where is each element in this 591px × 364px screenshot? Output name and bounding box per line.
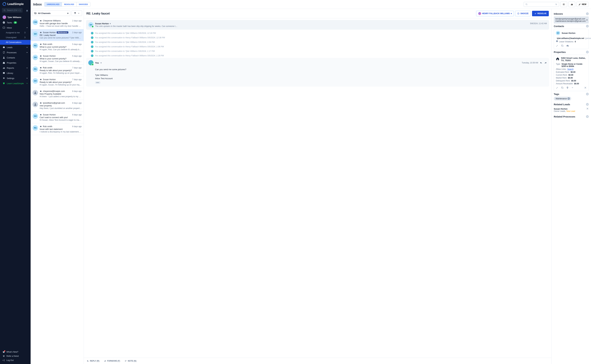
info-icon[interactable]: i [586, 12, 589, 15]
chevron-down-icon [26, 46, 28, 48]
tab-snoozed[interactable]: SNOOZED [77, 2, 90, 6]
channel-filter[interactable]: All Channels ▾ [32, 10, 70, 16]
book-icon [3, 72, 5, 74]
expand-quote-button[interactable]: ••• [95, 81, 100, 84]
sender-name: You [95, 62, 99, 64]
conversation-item[interactable]: RS Rob smith 7 days ago Ready to talk ab… [31, 65, 84, 76]
close-icon[interactable] [584, 86, 587, 89]
message-collapsed[interactable]: SH Susan Horton ▾ 5/8/2024, 11:42 AM The… [86, 20, 549, 30]
conversation-item[interactable]: RS Rob smith 5 days ago What is your cur… [31, 41, 84, 53]
sidebar-search[interactable]: Search (Ctrl + /) [2, 8, 23, 13]
tasks-badge: 3 [14, 21, 17, 24]
inbox-selector[interactable]: bendpropertymanager@gmail.com maintenanc… [554, 16, 589, 24]
top-search[interactable] [524, 2, 559, 7]
nav-inbox[interactable]: Inbox [0, 25, 31, 30]
related-lead[interactable]: Susan Horton Owner Leads, New Lead [554, 107, 589, 114]
conversation-time: 7 days ago [72, 78, 82, 81]
assignee-button[interactable]: HENRY FALLBACK WILLIAMS ▾ [476, 11, 514, 16]
nav-properties[interactable]: Properties [0, 60, 31, 65]
conversation-item[interactable]: SH Susan Horton Maintenance 2 days ago R… [31, 29, 84, 41]
conversation-item[interactable]: SH Susan Horton 5 days ago What is your … [31, 53, 84, 65]
conversation-item[interactable]: SH Susan Horton 7 days ago Ready to talk… [31, 76, 84, 88]
conversation-subject: New Property Available [40, 93, 82, 95]
heart-icon [3, 355, 5, 357]
signature-line: Inbox Test Account [95, 77, 547, 80]
resolve-button[interactable]: RESOLVE [532, 11, 549, 16]
nav-all-conversations[interactable]: All Conversations [0, 40, 31, 45]
conversation-sender: tywwilliams@gmail.com [43, 102, 65, 104]
add-tag-button[interactable]: + [586, 93, 589, 95]
nav-settings[interactable]: Settings [0, 76, 31, 81]
notifications-icon[interactable] [26, 10, 28, 12]
snooze-button[interactable]: SNOOZE [515, 11, 531, 16]
nav-unassigned[interactable]: Unassigned 3 [0, 35, 31, 40]
caret-down-icon[interactable]: ▾ [110, 22, 111, 25]
svg-point-11 [526, 4, 527, 5]
nav-assigned-to-me[interactable]: Assigned to me 3 [0, 30, 31, 35]
tag-pill: Maintenance [57, 31, 68, 33]
nav-library[interactable]: Library [0, 71, 31, 76]
remove-lead-button[interactable] [586, 107, 589, 110]
reply-icon[interactable] [540, 61, 542, 64]
nav-logout[interactable]: Log Out [0, 358, 31, 362]
conversation-preview: Hi again, Rob, Can you believe it's alre… [40, 48, 82, 51]
nav-leads[interactable]: Leads [0, 45, 31, 50]
current-user[interactable]: Tyler Williams [0, 14, 31, 20]
nav-learn[interactable]: Learn LeadSimple [0, 81, 31, 86]
nav-reports[interactable]: Reports [0, 65, 31, 71]
filter-button[interactable] [72, 10, 82, 16]
copy-icon[interactable] [561, 86, 564, 89]
sender-avatar: SH [88, 22, 94, 27]
svg-rect-31 [40, 102, 41, 104]
caret-down-icon[interactable]: ▾ [101, 62, 102, 64]
conversation-item[interactable]: SH Susan Horton 8 days ago Can't wait to… [31, 111, 84, 123]
nav-refer[interactable]: Refer a friend [0, 354, 31, 358]
nav-contacts[interactable]: Contacts [0, 55, 31, 60]
new-button[interactable]: NEW [577, 2, 588, 7]
svg-rect-27 [40, 79, 41, 80]
info-icon[interactable]: i [586, 25, 589, 27]
edit-icon[interactable] [556, 44, 558, 47]
add-lead-button[interactable]: + [586, 103, 589, 106]
note-button[interactable]: NOTE (N) [125, 360, 136, 362]
edit-icon[interactable] [556, 86, 558, 89]
conversation-item[interactable]: RS Rob smith 8 days ago Issue with last … [31, 123, 84, 135]
audit-avatar-icon [91, 50, 94, 52]
audit-avatar-icon [91, 32, 94, 34]
remove-tag-button[interactable]: × [567, 97, 570, 100]
chevron-down-icon[interactable] [571, 86, 574, 89]
conversation-item[interactable]: CW Cheyenne Williams 2 days ago Issue wi… [31, 18, 84, 29]
audit-entry: You assigned this conversation to Tyler … [86, 40, 549, 44]
nav-whats-new[interactable]: What's New? [0, 350, 31, 354]
conversation-sender: Rob smith [43, 125, 52, 128]
conversation-item[interactable]: cheyenne@truepic.com 8 days ago New Prop… [31, 88, 84, 100]
nav-processes[interactable]: Processes [0, 50, 31, 55]
tab-unresolved[interactable]: UNRESOLVED [45, 2, 62, 6]
svg-rect-40 [562, 45, 563, 46]
svg-point-28 [35, 91, 36, 93]
conversation-subject: Can't wait to connect with you! [40, 116, 82, 119]
location-icon[interactable] [566, 86, 569, 89]
add-process-button[interactable]: + [586, 115, 589, 118]
message-preview: The sink upstairs in the master bath has… [95, 25, 547, 27]
add-property-button[interactable]: + [586, 51, 589, 53]
tab-resolved[interactable]: RESOLVED [62, 2, 77, 6]
zillow-search-link[interactable]: Search [567, 68, 573, 70]
logo[interactable]: LeadSimple [0, 0, 31, 8]
analytics-button[interactable] [568, 2, 575, 7]
forward-button[interactable]: FORWARD (F) [104, 360, 120, 362]
conversation-preview: Hi there - I just added a new property t… [40, 95, 82, 98]
conversation-preview: Hi again, Rob, I'm following up on your … [40, 72, 82, 74]
conversation-preview: I noticed a discrepancy in my last state… [40, 131, 82, 133]
settings-button[interactable] [560, 2, 567, 7]
nav-tasks[interactable]: Tasks 3 [0, 20, 31, 25]
conversation-item[interactable]: tywwilliams@gmail.com 8 days ago new pro… [31, 100, 84, 111]
cloud-icon[interactable] [566, 44, 569, 47]
person-icon [3, 56, 5, 59]
copy-icon[interactable] [561, 44, 564, 47]
message-time: Tuesday, 10:39 AM [522, 62, 538, 64]
reply-button[interactable]: REPLY (R) [87, 360, 99, 362]
svg-line-12 [527, 5, 527, 5]
forward-icon[interactable] [544, 61, 547, 64]
audit-entry: You assigned this conversation to Tyler … [86, 31, 549, 35]
